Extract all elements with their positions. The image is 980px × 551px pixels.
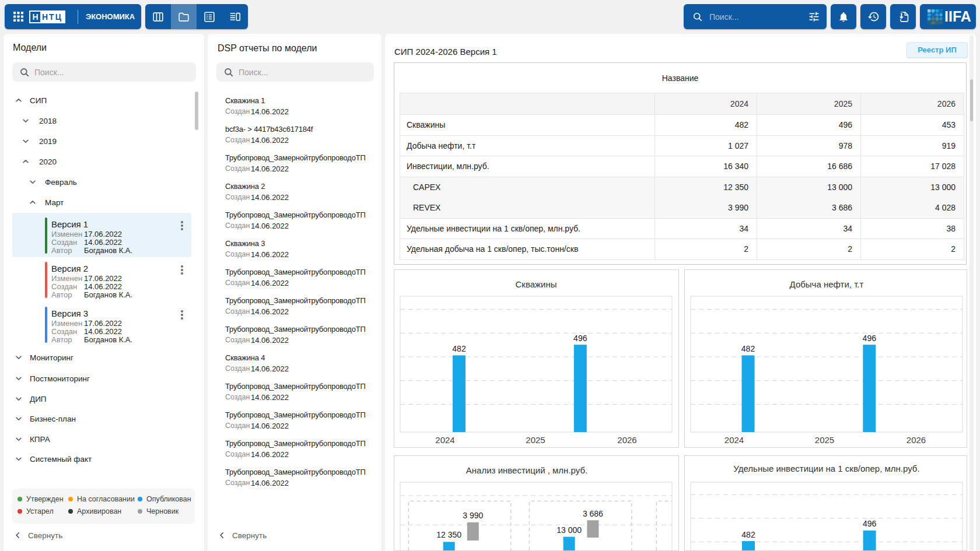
svg-text:Добыча нефти, т.т: Добыча нефти, т.т xyxy=(790,279,864,289)
svg-text:482: 482 xyxy=(741,344,755,353)
svg-text:Удельные инвестиции на 1 скв/о: Удельные инвестиции на 1 скв/опер, млн.р… xyxy=(733,464,919,473)
svg-text:13 000: 13 000 xyxy=(556,525,582,535)
svg-text:496: 496 xyxy=(573,334,587,343)
svg-text:2024: 2024 xyxy=(435,435,454,445)
svg-text:Анализ инвестиций , млн.руб.: Анализ инвестиций , млн.руб. xyxy=(466,465,587,475)
svg-text:496: 496 xyxy=(863,519,877,528)
svg-text:482: 482 xyxy=(452,344,466,353)
svg-text:482: 482 xyxy=(741,530,755,539)
svg-text:2026: 2026 xyxy=(617,435,636,445)
svg-text:2025: 2025 xyxy=(815,435,834,445)
svg-text:496: 496 xyxy=(863,334,877,343)
svg-text:2024: 2024 xyxy=(724,435,744,445)
svg-text:2026: 2026 xyxy=(907,435,926,445)
svg-text:12 350: 12 350 xyxy=(436,530,461,539)
svg-text:3 990: 3 990 xyxy=(463,511,483,520)
svg-text:3 686: 3 686 xyxy=(583,509,603,518)
svg-text:2025: 2025 xyxy=(526,435,545,445)
svg-text:Скважины: Скважины xyxy=(515,279,556,289)
